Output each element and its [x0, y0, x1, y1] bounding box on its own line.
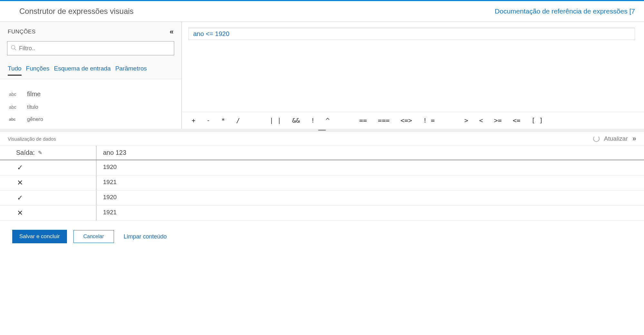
op-eq[interactable]: ==: [359, 116, 367, 124]
op-multiply[interactable]: *: [221, 116, 225, 124]
op-eqeq[interactable]: ===: [378, 116, 390, 124]
op-minus[interactable]: -: [206, 116, 210, 124]
search-icon: [11, 45, 16, 52]
schema-item-titulo[interactable]: abc título: [8, 101, 174, 113]
op-or[interactable]: | |: [270, 116, 281, 124]
horizontal-splitter[interactable]: [0, 129, 644, 132]
op-divide[interactable]: /: [236, 116, 240, 124]
search-box[interactable]: [7, 41, 174, 55]
preview-table-header: Saída: ✎ ano 123: [0, 146, 644, 160]
op-not[interactable]: !: [311, 116, 315, 124]
edit-output-icon[interactable]: ✎: [38, 150, 42, 156]
op-lt[interactable]: <: [479, 116, 483, 124]
check-icon: ✓: [16, 163, 24, 172]
preview-label: Visualização de dados: [8, 136, 56, 142]
op-and[interactable]: &&: [292, 116, 300, 124]
check-icon: ✓: [16, 194, 24, 202]
tab-all[interactable]: Tudo: [8, 65, 22, 76]
op-gt[interactable]: >: [464, 116, 468, 124]
op-neq[interactable]: ! =: [423, 116, 435, 124]
main-row: FUNÇÕES « Tudo Funções Esquema de entrad…: [0, 22, 644, 129]
x-icon: ✕: [16, 209, 24, 217]
svg-point-0: [11, 45, 15, 49]
page-title: Construtor de expressões visuais: [19, 7, 134, 16]
cancel-button[interactable]: Cancelar: [73, 230, 114, 243]
clear-content-link[interactable]: Limpar conteúdo: [124, 233, 167, 240]
type-string-icon: abc: [9, 92, 22, 97]
functions-header: FUNÇÕES «: [0, 22, 181, 38]
x-icon: ✕: [16, 179, 24, 187]
operator-toolbar: + - * / | | && ! ^ == === <=> ! = > < >=…: [182, 112, 644, 129]
op-plus[interactable]: +: [192, 116, 195, 124]
refresh-button[interactable]: Atualizar: [604, 135, 628, 142]
tab-parameters[interactable]: Parâmetros: [115, 65, 147, 76]
type-string-icon: abc: [9, 117, 22, 122]
op-gte[interactable]: >=: [494, 116, 502, 124]
cell-value: 1920: [97, 160, 644, 175]
type-string-icon: abc: [9, 105, 22, 110]
search-input[interactable]: [19, 45, 171, 52]
preview-table: Saída: ✎ ano 123 ✓ 1920 ✕ 1921 ✓ 1920 ✕ …: [0, 145, 644, 221]
column-header-ano[interactable]: ano 123: [97, 146, 644, 160]
expression-text: ano <= 1920: [193, 30, 229, 37]
header: Construtor de expressões visuais Documen…: [0, 0, 644, 22]
svg-line-1: [14, 49, 16, 50]
expand-preview-icon[interactable]: »: [632, 135, 636, 143]
functions-panel: FUNÇÕES « Tudo Funções Esquema de entrad…: [0, 22, 182, 129]
refresh-icon[interactable]: [593, 135, 600, 142]
table-row: ✓ 1920: [0, 160, 644, 175]
schema-item-genero[interactable]: abc gênero: [8, 113, 174, 126]
cell-value: 1920: [97, 191, 644, 205]
search-wrap: [0, 38, 181, 55]
op-lte[interactable]: <=: [513, 116, 520, 124]
save-and-finish-button[interactable]: Salvar e concluir: [12, 230, 67, 243]
op-spaceship[interactable]: <=>: [401, 116, 412, 124]
expression-editor[interactable]: ano <= 1920: [188, 28, 635, 40]
schema-item-filme[interactable]: abc filme: [8, 87, 174, 101]
output-column-label: Saída:: [16, 149, 35, 156]
doc-reference-link[interactable]: Documentação de referência de expressões…: [495, 7, 635, 15]
functions-tabs: Tudo Funções Esquema de entrada Parâmetr…: [0, 55, 181, 76]
tab-input-schema[interactable]: Esquema de entrada: [54, 65, 110, 76]
tab-functions[interactable]: Funções: [26, 65, 50, 76]
op-xor[interactable]: ^: [326, 116, 329, 124]
schema-item-label: filme: [27, 90, 41, 98]
schema-list: abc filme abc título abc gênero: [0, 79, 181, 129]
schema-item-label: título: [27, 104, 38, 110]
functions-label: FUNÇÕES: [8, 29, 36, 35]
collapse-panel-icon[interactable]: «: [170, 28, 174, 36]
op-brackets[interactable]: [ ]: [531, 116, 543, 124]
preview-bar: Visualização de dados Atualizar »: [0, 132, 644, 145]
schema-item-label: gênero: [27, 116, 43, 122]
table-row: ✕ 1921: [0, 175, 644, 191]
editor-body[interactable]: [182, 40, 644, 112]
editor-side: ano <= 1920 + - * / | | && ! ^ == === <=…: [182, 22, 644, 129]
table-row: ✓ 1920: [0, 191, 644, 206]
cell-value: 1921: [97, 175, 644, 190]
table-row: ✕ 1921: [0, 206, 644, 221]
footer: Salvar e concluir Cancelar Limpar conteú…: [0, 221, 644, 252]
cell-value: 1921: [97, 206, 644, 220]
